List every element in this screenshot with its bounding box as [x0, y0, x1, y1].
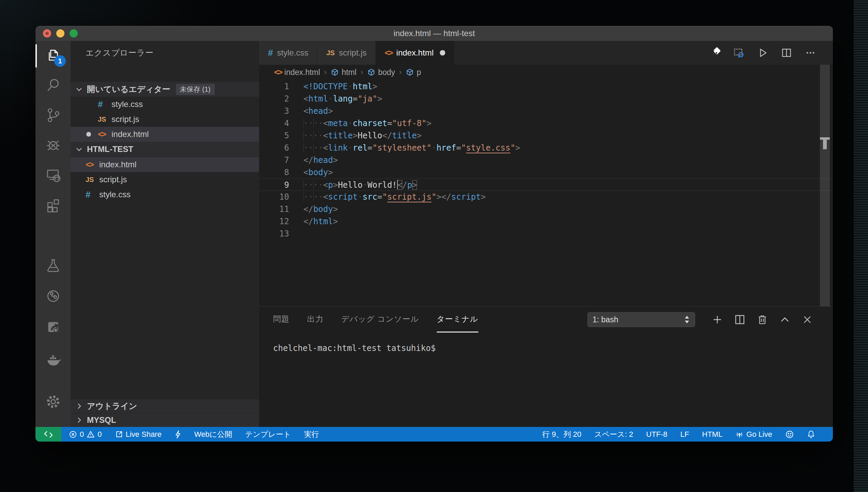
section-mysql[interactable]: MYSQL	[71, 413, 259, 427]
language-mode[interactable]: HTML	[698, 427, 727, 442]
tab-script-js[interactable]: JSscript.js	[317, 41, 376, 65]
live-share-circle-icon[interactable]	[35, 281, 71, 311]
open-editors-header[interactable]: 開いているエディター 未保存 (1)	[71, 82, 259, 97]
code-editor[interactable]: 1<!DOCTYPE·html>2<html·lang="ja">3<head>…	[259, 80, 833, 321]
modified-dot-icon	[440, 50, 445, 56]
explorer-icon[interactable]: 1	[35, 41, 71, 71]
panel-tab--[interactable]: デバッグ コンソール	[341, 307, 419, 333]
js-file-icon: JS	[86, 176, 99, 184]
terminal-prompt[interactable]: chelchel-mac:html-test tatsuhiko$	[273, 343, 436, 353]
file-index-html[interactable]: <>index.html	[71, 157, 259, 172]
line-number: 8	[259, 166, 289, 179]
status-bar: 0 0 Live Share Webに公開 テンプレート 実行 行 9、列 20	[35, 427, 833, 442]
remote-icon	[43, 430, 54, 439]
run-status-button[interactable]: 実行	[300, 427, 323, 442]
file-name: index.html	[99, 160, 136, 169]
line-number: 5	[259, 129, 289, 142]
template-button[interactable]: テンプレート	[241, 427, 295, 442]
window-title: index.html — html-test	[393, 29, 475, 38]
debug-icon[interactable]	[35, 130, 71, 160]
panel-tab--[interactable]: ターミナル	[437, 307, 478, 333]
js-file-icon: JS	[98, 116, 111, 123]
tab-index-html[interactable]: <>index.html	[376, 41, 454, 65]
open-editor-index-html[interactable]: <>index.html	[71, 127, 259, 142]
indentation[interactable]: スペース: 2	[590, 427, 637, 442]
lightning-button[interactable]	[170, 427, 185, 442]
breadcrumb: <>index.html›html›body›p	[259, 65, 833, 80]
panel-tab--[interactable]: 出力	[307, 307, 324, 333]
modified-dot-icon	[86, 132, 91, 137]
folder-header[interactable]: HTML-TEST	[71, 142, 259, 157]
chevron-down-icon	[75, 86, 83, 93]
search-icon[interactable]	[35, 70, 71, 100]
source-control-icon[interactable]	[35, 100, 71, 130]
section--[interactable]: アウトライン	[71, 399, 259, 413]
code-line-9: 9····<p>Hello·World!</p>	[259, 179, 833, 191]
terminal-select[interactable]: 1: bash	[587, 312, 695, 327]
window-zoom-button[interactable]	[70, 29, 78, 37]
line-number: 13	[259, 228, 289, 240]
cursor-position[interactable]: 行 9、列 20	[538, 427, 585, 442]
breadcrumb-html[interactable]: html	[331, 68, 356, 77]
panel-tab--[interactable]: 問題	[273, 307, 289, 333]
tab-style-css[interactable]: #style.css	[259, 41, 317, 65]
window-minimize-button[interactable]	[56, 29, 64, 37]
editor-scrollbar[interactable]	[820, 65, 830, 324]
breadcrumb-index-html[interactable]: <>index.html	[274, 67, 320, 77]
eol-sequence[interactable]: LF	[676, 427, 693, 442]
git-compare-icon[interactable]	[709, 47, 721, 59]
file-style-css[interactable]: #style.css	[71, 187, 259, 202]
remote-indicator[interactable]	[35, 427, 61, 442]
line-number: 2	[259, 93, 289, 105]
open-editors-label: 開いているエディター	[87, 84, 170, 95]
problems-status[interactable]: 0 0	[65, 427, 106, 442]
extensions-icon[interactable]	[35, 190, 71, 220]
title-bar: index.html — html-test	[35, 26, 833, 41]
live-share-button[interactable]: Live Share	[111, 427, 166, 442]
split-editor-icon[interactable]	[780, 47, 793, 59]
css-file-icon: #	[98, 99, 111, 110]
split-terminal-icon[interactable]	[733, 313, 746, 326]
docker-icon[interactable]	[35, 344, 71, 374]
more-actions-icon[interactable]	[804, 47, 817, 59]
code-line-10: 10····<script·src="script.js"></script>	[259, 191, 833, 203]
file-script-js[interactable]: JSscript.js	[71, 172, 259, 187]
editor-area: #style.cssJSscript.js<>index.html <>	[259, 41, 833, 427]
activity-bar: 1	[35, 41, 71, 427]
go-live-button[interactable]: Go Live	[731, 427, 776, 442]
line-number: 10	[259, 191, 289, 203]
breadcrumb-p[interactable]: p	[406, 68, 421, 77]
sidebar-title: エクスプローラー	[71, 45, 153, 60]
encoding[interactable]: UTF-8	[642, 427, 671, 442]
testing-flask-icon[interactable]	[35, 250, 71, 280]
open-editor-script-js[interactable]: JSscript.js	[71, 112, 259, 127]
live-share-label: Live Share	[126, 430, 162, 439]
file-name: style.css	[111, 99, 143, 109]
run-icon[interactable]	[757, 47, 769, 59]
code-line-4: 4····<meta·charset="utf-8">	[259, 117, 833, 129]
code-line-8: 8<body>	[259, 166, 833, 179]
window-close-button[interactable]	[43, 29, 51, 37]
maximize-panel-icon[interactable]	[778, 313, 791, 326]
template-label: テンプレート	[245, 429, 291, 440]
panel-controls: 1: bash	[587, 307, 814, 333]
code-line-2: 2<html·lang="ja">	[259, 93, 833, 105]
remote-explorer-icon[interactable]	[35, 160, 71, 190]
explorer-badge: 1	[54, 55, 66, 67]
feedback-smiley-icon[interactable]	[781, 427, 798, 442]
breadcrumb-body[interactable]: body	[367, 68, 395, 77]
file-name: script.js	[111, 114, 139, 124]
close-panel-icon[interactable]	[801, 313, 814, 326]
open-preview-icon[interactable]	[733, 47, 745, 59]
publish-share-icon[interactable]	[35, 313, 71, 343]
settings-gear-icon[interactable]	[35, 387, 71, 417]
new-terminal-icon[interactable]	[711, 313, 724, 326]
scrollbar-marker	[820, 137, 830, 140]
symbol-cube-icon	[367, 68, 375, 76]
notifications-bell-icon[interactable]	[803, 427, 819, 442]
kill-terminal-trash-icon[interactable]	[756, 313, 769, 326]
breadcrumb-separator: ›	[324, 68, 327, 77]
publish-web-button[interactable]: Webに公開	[190, 427, 236, 442]
publish-web-label: Webに公開	[194, 429, 232, 440]
open-editor-style-css[interactable]: #style.css	[71, 97, 259, 112]
